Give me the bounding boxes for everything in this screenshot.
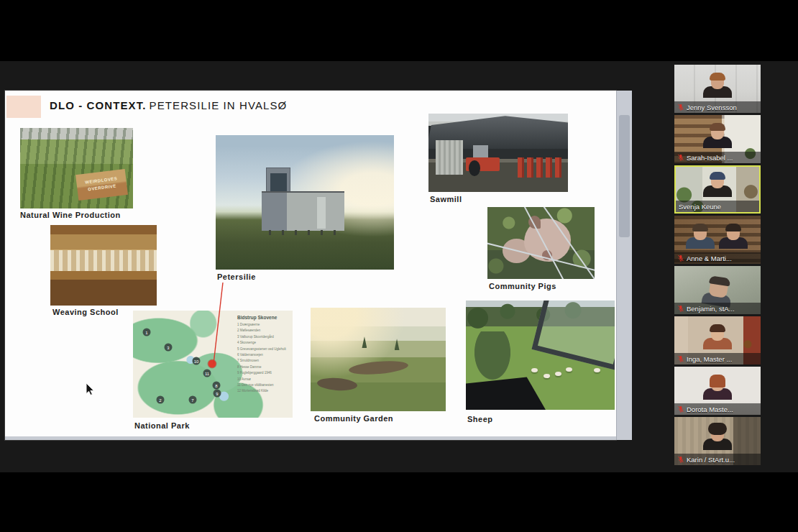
photo-sheep bbox=[466, 301, 615, 410]
sawmill-wall-shape bbox=[436, 140, 464, 175]
map-legend-item: 11 Den nye vildtbanesten bbox=[237, 382, 290, 388]
tiny-house-body bbox=[262, 191, 344, 231]
map-legend-item: 1 Dværgsøerne bbox=[237, 322, 290, 328]
person-silhouette bbox=[702, 124, 733, 155]
horizontal-scrollbar[interactable] bbox=[5, 436, 616, 440]
map-legend-item: 4 Skovsenge bbox=[237, 340, 290, 346]
map-legend-item: 12 Mortensbrød Kilde bbox=[237, 388, 290, 394]
participant-tile[interactable]: Karin / StArt.u... bbox=[674, 417, 761, 465]
map-marker: 2 bbox=[157, 396, 165, 404]
sawmill-equipment-shape bbox=[518, 157, 562, 178]
muted-mic-icon bbox=[677, 305, 684, 312]
slide-accent-rect bbox=[6, 96, 41, 118]
photo-natural-wine: WEIRDLOVES OVERDRIVE bbox=[20, 128, 133, 208]
sheep-shape bbox=[594, 368, 600, 372]
participant-name-bar: Svenja Keune bbox=[676, 201, 759, 212]
tiny-house-shape bbox=[262, 168, 344, 229]
person-silhouette bbox=[717, 225, 749, 255]
bush-shape bbox=[472, 331, 513, 384]
caption-natural-wine: Natural Wine Production bbox=[20, 211, 121, 219]
slide-title: DLO - CONTEXT.PETERSILIE IN HVALSØ bbox=[50, 99, 287, 111]
muted-mic-icon bbox=[677, 405, 684, 413]
caption-community-pigs: Community Pigs bbox=[489, 282, 556, 290]
caption-petersilie: Petersilie bbox=[217, 272, 256, 281]
person-silhouette bbox=[702, 74, 733, 104]
participants-sidebar: Jenny SvenssonSarah-Isabel ...Svenja Keu… bbox=[674, 65, 761, 465]
map-legend-item: 7 Smuldmosen bbox=[237, 358, 290, 364]
slide-title-rest: PETERSILIE IN HVALSØ bbox=[150, 99, 288, 111]
muted-mic-icon bbox=[677, 254, 684, 262]
soil-patch bbox=[348, 359, 408, 376]
sheep-shape bbox=[555, 372, 561, 376]
person-silhouette bbox=[684, 225, 716, 255]
muted-mic-icon bbox=[677, 355, 684, 362]
participant-name: Jenny Svensson bbox=[687, 104, 737, 111]
map-marker: 9 bbox=[214, 390, 221, 398]
scrollbar-thumb[interactable] bbox=[619, 115, 630, 237]
participant-tile[interactable]: Jenny Svensson bbox=[674, 65, 761, 113]
muted-mic-icon bbox=[677, 456, 684, 463]
map-legend-item: 3 Valborup Skovridergård bbox=[237, 334, 290, 340]
participant-tile[interactable]: Sarah-Isabel ... bbox=[674, 115, 761, 163]
participant-name-bar: Karin / StArt.u... bbox=[674, 454, 761, 465]
photo-weaving-school bbox=[50, 225, 157, 306]
conifer-shape bbox=[395, 339, 400, 350]
map-legend-title: Bidstrup Skovene bbox=[237, 315, 290, 320]
wooden-sign: WEIRDLOVES OVERDRIVE bbox=[75, 168, 128, 200]
participant-name-bar: Sarah-Isabel ... bbox=[674, 152, 761, 163]
participant-name: Karin / StArt.u... bbox=[687, 456, 735, 464]
photo-community-garden bbox=[311, 308, 446, 411]
caption-community-garden: Community Garden bbox=[314, 414, 393, 423]
map-legend-item: 8 Hesse Damme bbox=[237, 364, 290, 370]
conifer-shape bbox=[362, 336, 367, 348]
participant-name: Anne & Marti... bbox=[687, 254, 732, 262]
person-silhouette bbox=[702, 376, 733, 406]
participant-tile[interactable]: Anne & Marti... bbox=[674, 216, 761, 264]
map-marker: 8 bbox=[213, 382, 221, 390]
map-marker: 11 bbox=[203, 370, 211, 377]
participant-name: Svenja Keune bbox=[679, 203, 721, 211]
photo-national-park-map: 1310118927 Bidstrup Skovene 1 Dværgsøern… bbox=[133, 311, 293, 418]
tractor-shape bbox=[466, 145, 500, 177]
photo-petersilie-tiny-house bbox=[216, 135, 394, 270]
participant-name: Benjamin, stA... bbox=[687, 305, 735, 313]
slide: DLO - CONTEXT.PETERSILIE IN HVALSØ WEIRD… bbox=[5, 91, 616, 440]
vertical-scrollbar[interactable] bbox=[616, 91, 632, 440]
participant-name-bar: Dorota Maste... bbox=[674, 403, 761, 415]
roof-shape bbox=[466, 377, 548, 410]
map-marker: 7 bbox=[189, 396, 197, 404]
participant-tile[interactable]: Benjamin, stA... bbox=[674, 266, 761, 314]
caption-weaving-school: Weaving School bbox=[52, 308, 119, 316]
caption-sheep: Sheep bbox=[467, 415, 493, 423]
sheep-shape bbox=[544, 374, 550, 378]
tractor-cab bbox=[473, 145, 488, 158]
slide-title-bold: DLO - CONTEXT. bbox=[50, 99, 147, 111]
window-frame-shape bbox=[531, 301, 615, 370]
pig-shape bbox=[524, 219, 572, 262]
participant-name-bar: Jenny Svensson bbox=[674, 101, 761, 113]
map-legend-items: 1 Dværgsøerne2 Møllesøenden3 Valborup Sk… bbox=[237, 322, 290, 395]
map-location-dot bbox=[208, 360, 216, 368]
person-silhouette bbox=[702, 426, 733, 457]
sheep-shape bbox=[566, 367, 572, 372]
muted-mic-icon bbox=[677, 154, 684, 161]
participant-tile[interactable]: Inga, Master ... bbox=[674, 316, 761, 364]
caption-national-park: National Park bbox=[134, 421, 190, 430]
participant-name-bar: Inga, Master ... bbox=[674, 353, 761, 364]
map-legend-item: 10 Avnsø bbox=[237, 377, 290, 382]
presenter-cursor bbox=[85, 382, 96, 396]
map-marker: 3 bbox=[165, 344, 173, 352]
participant-name-bar: Anne & Marti... bbox=[674, 252, 761, 264]
map-legend-item: 5 Grevevangsstenen ved Ugleholt bbox=[237, 347, 290, 352]
person-silhouette bbox=[702, 326, 733, 356]
sheep-shape bbox=[531, 368, 538, 372]
participant-name-bar: Benjamin, stA... bbox=[674, 303, 761, 314]
participant-tile[interactable]: Svenja Keune bbox=[674, 165, 761, 214]
soil-patch bbox=[317, 377, 358, 392]
participant-name: Dorota Maste... bbox=[687, 405, 733, 413]
person-silhouette bbox=[702, 173, 733, 203]
caption-sawmill: Sawmill bbox=[430, 195, 462, 203]
participant-tile[interactable]: Dorota Maste... bbox=[674, 367, 761, 415]
map-legend-item: 2 Møllesøenden bbox=[237, 328, 290, 334]
map-marker: 10 bbox=[193, 357, 201, 365]
